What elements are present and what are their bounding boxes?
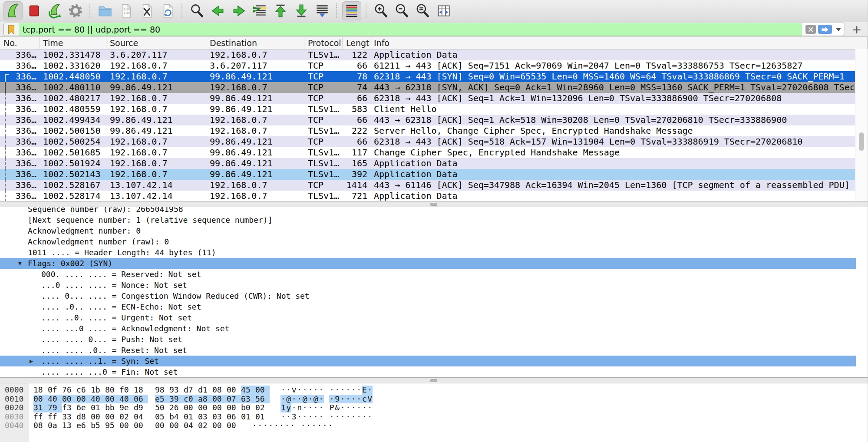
hex-byte[interactable]: 26 [169,403,184,412]
go-forward-button[interactable] [229,1,248,20]
hex-byte[interactable]: e5 [155,395,169,404]
hex-byte[interactable]: 1b [91,386,105,395]
detail-line[interactable]: 000. .... .... = Reserved: Not set [0,269,856,280]
detail-line[interactable]: ▶.... .... ..1. = Syn: Set [0,356,856,366]
hex-byte[interactable]: ff [48,412,62,422]
hex-byte[interactable]: a8 [198,395,212,404]
filter-bookmark-icon[interactable] [4,23,19,36]
hex-byte[interactable]: 01 [241,412,255,422]
filter-apply-button[interactable] [818,25,832,34]
hex-byte[interactable]: 9e [119,403,134,412]
zoom-in-button[interactable] [372,1,391,20]
detail-line[interactable]: Acknowledgment number: 0 [0,225,856,236]
packet-row[interactable]: 336…1002.50015099.86.49.121192.168.0.7TL… [0,125,855,136]
hex-byte[interactable]: 01 [91,403,105,412]
detail-line[interactable]: .... ..0. .... = Urgent: Not set [0,312,856,323]
hex-byte[interactable]: 01 [255,412,270,422]
packet-row[interactable]: 336…1002.448050192.168.0.799.86.49.121TC… [0,71,855,82]
packet-row[interactable]: 336…1002.502143192.168.0.799.86.49.121TL… [0,169,855,180]
hex-byte[interactable]: 00 [134,421,148,430]
hex-byte[interactable]: 00 [76,395,91,404]
hex-byte[interactable]: 6e [76,403,91,412]
filter-add-button[interactable]: + [849,23,864,36]
hex-byte[interactable]: 40 [91,395,105,404]
zoom-original-button[interactable] [413,1,432,20]
hex-byte[interactable]: 18 [134,386,148,395]
hex-byte[interactable]: d8 [76,412,91,422]
hex-byte[interactable]: 00 [227,421,241,430]
capture-options-button[interactable] [66,1,85,20]
hex-byte[interactable]: 04 [184,421,198,430]
hex-byte[interactable]: b0 [241,403,255,412]
packet-row[interactable]: 336…1002.500254192.168.0.799.86.49.121TC… [0,136,855,147]
hex-byte[interactable]: c0 [184,395,198,404]
packet-row[interactable]: 336…1002.3314783.6.207.117192.168.0.7TLS… [0,49,855,60]
hex-byte[interactable]: b4 [169,412,184,422]
hex-byte[interactable]: d9 [134,403,148,412]
detail-line[interactable]: .... ...0 .... = Acknowledgment: Not set [0,323,856,334]
hex-byte[interactable]: 31 [33,403,48,412]
hex-byte[interactable]: 03 [212,412,227,422]
packet-row[interactable]: 336…1002.48011099.86.49.121192.168.0.7TC… [0,82,855,93]
column-header-destination[interactable]: Destination [206,37,304,49]
go-to-first-packet-button[interactable] [271,1,290,20]
hex-byte[interactable]: 18 [33,386,48,395]
detail-line[interactable]: ▼Flags: 0x002 (SYN) [0,258,856,269]
hex-byte[interactable]: 02 [198,421,212,430]
packet-row[interactable]: 336…1002.480217192.168.0.799.86.49.121TC… [0,93,855,104]
hex-byte[interactable]: 93 [169,386,184,395]
find-packet-button[interactable] [188,1,207,20]
column-header-source[interactable]: Source [106,37,206,49]
hex-byte[interactable]: b5 [91,421,105,430]
hex-byte[interactable]: 08 [212,386,227,395]
hex-byte[interactable]: d1 [198,386,212,395]
hex-byte[interactable]: c6 [76,386,91,395]
expand-icon[interactable]: ▶ [30,356,33,366]
hex-byte[interactable]: 08 [33,421,48,430]
detail-line[interactable]: Acknowledgment number (raw): 0 [0,236,856,247]
hex-byte[interactable]: bb [105,403,119,412]
hex-byte[interactable]: 56 [255,395,270,404]
hex-byte[interactable]: 05 [155,412,169,422]
detail-line[interactable]: .... .... 0... = Push: Not set [0,334,856,345]
hex-byte[interactable]: 00 [169,421,184,430]
hex-byte[interactable]: 00 [105,412,119,422]
pane-splitter-top[interactable] [0,201,868,207]
detail-line[interactable]: .... .... ...0 = Fin: Not set [0,366,856,377]
start-capture-button[interactable] [3,1,23,20]
hex-byte[interactable]: 02 [255,403,270,412]
hex-byte[interactable]: 00 [227,403,241,412]
hex-byte[interactable]: 06 [227,412,241,422]
filter-clear-button[interactable] [805,25,816,34]
column-header-protocol[interactable]: Protocol [304,37,343,49]
detail-line[interactable]: Sequence number (raw): 2665041958 [0,207,856,214]
collapse-icon[interactable]: ▼ [18,258,22,269]
go-to-packet-button[interactable] [250,1,269,20]
hex-byte[interactable]: 00 [105,395,119,404]
packet-row[interactable]: 336…1002.52817413.107.42.14192.168.0.7TL… [0,191,855,201]
open-file-button[interactable] [96,1,115,20]
hex-byte[interactable]: 80 [105,386,119,395]
hex-byte[interactable]: 04 [134,412,148,422]
hex-byte[interactable]: 00 [212,421,227,430]
hex-byte[interactable]: e6 [76,421,91,430]
colorize-packets-button[interactable] [342,1,361,20]
hex-byte[interactable]: 40 [48,395,62,404]
packet-list-scrollbar[interactable] [855,49,868,201]
packet-list-scrollbar-thumb[interactable] [859,132,864,151]
column-header-time[interactable]: Time [40,37,106,49]
detail-line[interactable]: .... .0.. .... = ECN-Echo: Not set [0,301,856,312]
detail-line[interactable]: [Next sequence number: 1 (relative seque… [0,214,856,225]
detail-line[interactable]: .... 0... .... = Congestion Window Reduc… [0,290,856,301]
hex-byte[interactable]: 06 [134,395,148,404]
stop-capture-button[interactable] [24,1,43,20]
hex-byte[interactable]: 13 [62,421,76,430]
go-back-button[interactable] [208,1,228,20]
hex-byte[interactable]: 40 [119,395,134,404]
hex-byte[interactable]: d7 [184,386,198,395]
hex-byte[interactable]: 00 [155,421,169,430]
hex-byte[interactable]: 95 [105,421,119,430]
auto-scroll-button[interactable] [313,1,332,20]
hex-byte[interactable]: 00 [255,386,270,395]
hex-byte[interactable]: 0a [48,421,62,430]
